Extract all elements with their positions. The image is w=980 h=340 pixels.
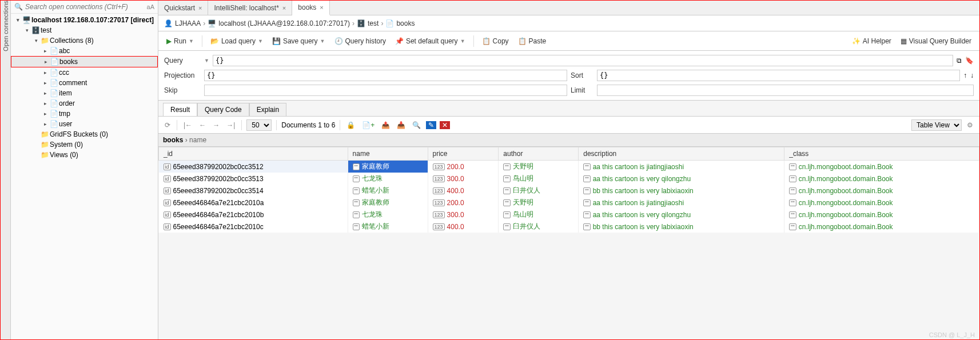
load-query-button[interactable]: 📂Load query▼: [207, 35, 266, 47]
collection-icon: 📄: [385, 19, 394, 27]
watermark: CSDN @ L_J_H: [929, 331, 975, 338]
copy-icon: 📋: [482, 37, 491, 45]
query-area: Query ▼ ⧉ 🔖 Projection Sort ↑ ↓ Skip: [158, 51, 979, 101]
run-button[interactable]: ▶Run▼: [163, 35, 197, 47]
folder-open-icon: 📂: [210, 37, 219, 45]
gridfs-node[interactable]: 📁 GridFS Buckets (0): [11, 129, 158, 139]
limit-input[interactable]: [597, 85, 974, 96]
table-row[interactable]: id65eeed46846a7e21cbc2010c""蜡笔小新123400.0…: [159, 221, 979, 233]
vertical-tab-open-connections[interactable]: Open connections: [1, 1, 11, 339]
tab-label: IntelliShell: localhost*: [214, 4, 278, 12]
collection-node-ccc[interactable]: ▸📄ccc: [11, 67, 158, 78]
collection-icon: 📄: [50, 58, 58, 66]
close-icon[interactable]: ×: [198, 5, 202, 11]
paste-button[interactable]: 📋Paste: [515, 35, 550, 47]
case-toggle[interactable]: aA: [147, 3, 154, 10]
system-node[interactable]: 📁 System (0): [11, 139, 158, 150]
first-page-button[interactable]: |←: [182, 121, 194, 129]
collection-node-item[interactable]: ▸📄item: [11, 88, 158, 98]
breadcrumb-user[interactable]: LJHAAA: [175, 19, 201, 27]
result-tab-query-code[interactable]: Query Code: [197, 103, 249, 116]
prev-page-button[interactable]: ←: [197, 121, 208, 129]
table-row[interactable]: id65eeed46846a7e21cbc2010b""七龙珠123300.0"…: [159, 209, 979, 221]
lock-icon[interactable]: 🔒: [345, 121, 357, 129]
bookmark-icon[interactable]: 🔖: [965, 57, 974, 65]
search-icon: 🔍: [14, 3, 23, 11]
ai-helper-button[interactable]: ✨AI Helper: [848, 35, 895, 47]
tab-books[interactable]: books×: [292, 1, 329, 15]
breadcrumb-db[interactable]: test: [368, 19, 379, 27]
result-tab-explain[interactable]: Explain: [249, 103, 286, 116]
table-row[interactable]: id65eeed387992002bc0cc3513""七龙珠123300.0"…: [159, 173, 979, 185]
sort-input[interactable]: [597, 70, 960, 81]
chevron-down-icon[interactable]: ▼: [204, 58, 209, 63]
export-button[interactable]: 📤: [380, 121, 392, 129]
collection-node-abc[interactable]: ▸📄abc: [11, 46, 158, 56]
collection-node-order[interactable]: ▸📄order: [11, 98, 158, 109]
table-row[interactable]: id65eeed387992002bc0cc3512""家庭教师123200.0…: [159, 161, 979, 173]
close-icon[interactable]: ×: [320, 4, 323, 11]
search-input[interactable]: [25, 3, 145, 11]
view-mode-select[interactable]: Table View: [911, 119, 962, 131]
result-toolbar: ⟳ |← ← → →| 50 Documents 1 to 6 🔒 📄+ 📤 📥…: [158, 117, 979, 134]
column-header-description[interactable]: description: [579, 147, 784, 161]
result-tab-result[interactable]: Result: [163, 103, 197, 116]
page-size-select[interactable]: 50: [246, 119, 272, 131]
edit-button[interactable]: ✎: [426, 121, 436, 129]
collections-node[interactable]: ▾📁 Collections (8): [11, 35, 158, 46]
tab-intellishell-localhost-[interactable]: IntelliShell: localhost*×: [208, 1, 292, 15]
next-page-button[interactable]: →: [211, 121, 221, 129]
column-header-class[interactable]: _class: [784, 147, 979, 161]
collection-icon: 📄: [50, 69, 58, 77]
collection-label: tmp: [59, 110, 70, 118]
vertical-tab-label: Open connections: [2, 1, 9, 55]
close-icon[interactable]: ×: [282, 5, 286, 11]
column-header-id[interactable]: _id: [159, 147, 348, 161]
add-doc-button[interactable]: 📄+: [360, 121, 376, 129]
table-row[interactable]: id65eeed387992002bc0cc3514""蜡笔小新123400.0…: [159, 185, 979, 197]
sort-asc-icon[interactable]: ↑: [963, 71, 967, 79]
collection-node-user[interactable]: ▸📄user: [11, 119, 158, 129]
last-page-button[interactable]: →|: [225, 121, 237, 129]
main-panel: Quickstart×IntelliShell: localhost*×book…: [158, 1, 979, 339]
column-header-price[interactable]: price: [428, 147, 499, 161]
filter-icon[interactable]: ⧉: [957, 57, 962, 65]
skip-input[interactable]: [204, 85, 567, 96]
save-query-button[interactable]: 💾Save query▼: [269, 35, 329, 47]
copy-button[interactable]: 📋Copy: [479, 35, 512, 47]
settings-icon[interactable]: ⚙: [965, 121, 975, 129]
query-input[interactable]: [213, 55, 953, 66]
set-default-button[interactable]: 📌Set default query▼: [392, 35, 469, 47]
tab-quickstart[interactable]: Quickstart×: [158, 1, 208, 15]
search-row: 🔍 aA: [11, 1, 158, 14]
database-node[interactable]: ▾🗄️ test: [11, 25, 158, 35]
collection-label: user: [59, 120, 72, 128]
import-button[interactable]: 📥: [395, 121, 407, 129]
breadcrumb-host[interactable]: localhost (LJHAAA@192.168.0.107:27017): [218, 19, 350, 27]
projection-input[interactable]: [204, 70, 567, 81]
connection-node[interactable]: ▾🖥️ localhost 192.168.0.107:27017 [direc…: [11, 15, 158, 25]
table-path-sub: name: [189, 136, 206, 144]
folder-icon: 📁: [41, 141, 49, 149]
result-tabs: ResultQuery CodeExplain: [158, 101, 979, 117]
collection-icon: 📄: [50, 89, 58, 97]
query-history-button[interactable]: 🕘Query history: [331, 35, 389, 47]
delete-button[interactable]: ✕: [440, 121, 450, 129]
refresh-button[interactable]: ⟳: [163, 121, 172, 129]
server-icon: 🖥️: [22, 16, 30, 24]
collection-node-books[interactable]: ▸📄books: [11, 56, 158, 67]
column-header-author[interactable]: author: [499, 147, 579, 161]
collection-node-comment[interactable]: ▸📄comment: [11, 78, 158, 88]
sort-label: Sort: [571, 71, 593, 79]
visual-query-builder-button[interactable]: ▦Visual Query Builder: [897, 35, 975, 47]
breadcrumb-collection[interactable]: books: [396, 19, 415, 27]
folder-icon: 📁: [41, 130, 49, 138]
find-button[interactable]: 🔍: [411, 121, 423, 129]
folder-icon: 📁: [41, 37, 49, 45]
views-node[interactable]: 📁 Views (0): [11, 150, 158, 160]
sort-desc-icon[interactable]: ↓: [970, 71, 974, 79]
collection-label: comment: [59, 79, 87, 87]
column-header-name[interactable]: name: [348, 147, 428, 161]
table-row[interactable]: id65eeed46846a7e21cbc2010a""家庭教师123200.0…: [159, 197, 979, 209]
collection-node-tmp[interactable]: ▸📄tmp: [11, 109, 158, 119]
